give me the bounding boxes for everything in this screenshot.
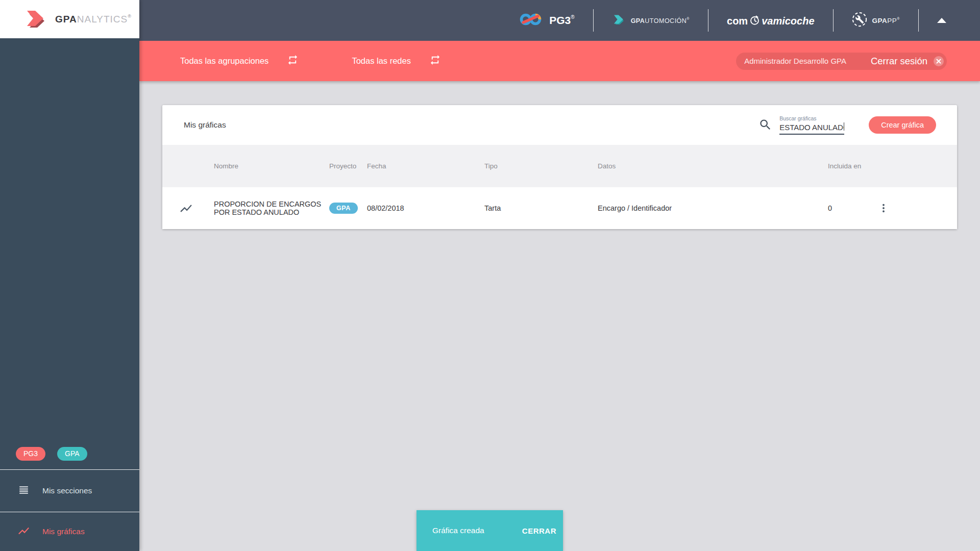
topbar-separator bbox=[593, 9, 594, 32]
sidebar-item-mis-secciones[interactable]: Mis secciones bbox=[0, 470, 139, 512]
col-header-proyecto: Proyecto bbox=[329, 162, 367, 170]
col-header-incluida: Incluida en bbox=[828, 162, 876, 170]
create-chart-button[interactable]: Crear gráfica bbox=[869, 116, 936, 134]
sidebar-item-mis-graficas[interactable]: Mis gráficas bbox=[0, 512, 139, 551]
row-menu-kebab-icon[interactable] bbox=[876, 201, 957, 216]
text-cursor bbox=[844, 122, 845, 131]
networks-filter-label: Todas las redes bbox=[352, 56, 411, 66]
swap-icon[interactable] bbox=[287, 54, 299, 68]
comprovamicoche-logo[interactable]: comvamicoche bbox=[727, 14, 815, 27]
gpapp-logo[interactable]: GPAPP® bbox=[852, 12, 900, 29]
logout-close-icon[interactable] bbox=[934, 56, 944, 66]
table-header-row: Nombre Proyecto Fecha Tipo Datos Incluid… bbox=[162, 145, 957, 187]
topbar-separator bbox=[833, 9, 834, 32]
card-header: Mis gráficas Buscar gráficas Crear gráfi… bbox=[162, 105, 957, 145]
sections-list-icon bbox=[17, 484, 30, 498]
search-input[interactable] bbox=[779, 123, 844, 135]
mis-graficas-card: Mis gráficas Buscar gráficas Crear gráfi… bbox=[162, 105, 957, 229]
col-header-fecha: Fecha bbox=[367, 162, 484, 170]
snackbar-close-button[interactable]: CERRAR bbox=[522, 527, 556, 535]
table-row[interactable]: PROPORCION DE ENCARGOS POR ESTADO ANULAD… bbox=[162, 187, 957, 229]
gpanalytics-logo[interactable]: GPANALYTICS® bbox=[0, 0, 139, 38]
col-header-datos: Datos bbox=[598, 162, 828, 170]
comprovamicoche-wordmark: comvamicoche bbox=[727, 14, 815, 27]
snackbar-message: Gráfica creada bbox=[432, 526, 484, 535]
project-cell: GPA bbox=[329, 203, 367, 214]
groupings-filter[interactable]: Todas las agrupaciones bbox=[180, 54, 299, 68]
sidebar-badges: PG3 GPA bbox=[16, 447, 87, 461]
search-field: Buscar gráficas bbox=[779, 115, 844, 135]
gpapp-wrench-icon bbox=[852, 12, 867, 29]
collapse-caret-icon[interactable] bbox=[937, 18, 946, 23]
sidebar-item-label: Mis secciones bbox=[42, 486, 92, 495]
user-session-pill: Administrador Desarrollo GPA Cerrar sesi… bbox=[736, 53, 947, 70]
gpautomocion-arrow-icon bbox=[612, 13, 626, 28]
chart-line-icon bbox=[179, 202, 214, 215]
logout-button[interactable]: Cerrar sesión bbox=[871, 56, 927, 67]
gpanalytics-arrow-icon bbox=[23, 7, 49, 32]
filter-bar: Todas las agrupaciones Todas las redes A… bbox=[139, 41, 980, 81]
project-badge: GPA bbox=[329, 203, 358, 214]
gpanalytics-wordmark: GPANALYTICS® bbox=[55, 14, 131, 25]
pg3-infinity-icon bbox=[520, 12, 543, 29]
gpautomocion-logo[interactable]: GPAUTOMOCIÓN® bbox=[612, 13, 690, 28]
clock-icon bbox=[749, 16, 760, 28]
pg3-wordmark: PG3® bbox=[549, 14, 574, 27]
groupings-filter-label: Todas las agrupaciones bbox=[180, 56, 268, 66]
pg3-badge[interactable]: PG3 bbox=[16, 447, 45, 461]
user-name: Administrador Desarrollo GPA bbox=[744, 57, 846, 65]
search-field-label: Buscar gráficas bbox=[779, 115, 844, 121]
chart-type: Tarta bbox=[484, 204, 598, 212]
included-count: 0 bbox=[828, 204, 876, 212]
topbar-separator bbox=[708, 9, 708, 32]
col-header-nombre: Nombre bbox=[214, 162, 329, 170]
chart-date: 08/02/2018 bbox=[367, 204, 484, 212]
networks-filter[interactable]: Todas las redes bbox=[352, 54, 441, 68]
chart-name: PROPORCION DE ENCARGOS POR ESTADO ANULAD… bbox=[214, 200, 322, 217]
sidebar: GPANALYTICS® PG3 GPA Mis secciones Mis g… bbox=[0, 0, 139, 551]
col-header-tipo: Tipo bbox=[484, 162, 598, 170]
chart-data-fields: Encargo / Identificador bbox=[598, 204, 828, 212]
sidebar-item-label: Mis gráficas bbox=[42, 527, 85, 536]
gpa-badge[interactable]: GPA bbox=[57, 447, 87, 461]
gpautomocion-wordmark: GPAUTOMOCIÓN® bbox=[631, 17, 690, 24]
page-title: Mis gráficas bbox=[184, 120, 226, 130]
snackbar: Gráfica creada CERRAR bbox=[416, 510, 563, 551]
chart-line-icon bbox=[17, 524, 30, 539]
pg3-logo[interactable]: PG3® bbox=[520, 12, 574, 29]
topbar-separator bbox=[918, 9, 919, 32]
top-app-bar: PG3® GPAUTOMOCIÓN® comvamicoche GPAPP® bbox=[139, 0, 980, 41]
swap-icon[interactable] bbox=[429, 54, 441, 68]
gpapp-wordmark: GPAPP® bbox=[872, 17, 900, 24]
search-icon[interactable] bbox=[758, 118, 772, 134]
